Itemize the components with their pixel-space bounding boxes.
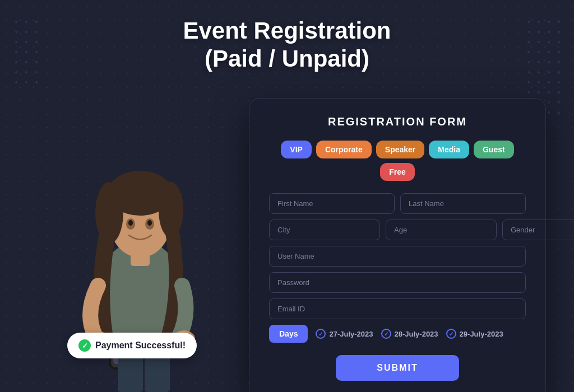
check-icon-text: ✓ [82, 342, 88, 350]
category-media-button[interactable]: Media [429, 141, 469, 158]
username-input[interactable] [269, 246, 526, 267]
day-2-label: 28-July-2023 [395, 330, 438, 338]
category-speaker-button[interactable]: Speaker [376, 141, 424, 158]
payment-badge: ✓ Payment Successful! [67, 333, 197, 358]
day-check-icon-3: ✓ [446, 329, 456, 339]
age-input[interactable] [386, 220, 497, 240]
name-row [269, 193, 526, 214]
form-title: REGISTRATION FORM [269, 115, 526, 128]
day-3-label: 29-July-2023 [460, 330, 503, 338]
day-option-1[interactable]: ✓ 27-July-2023 [316, 329, 373, 339]
category-free-button[interactable]: Free [380, 163, 415, 181]
svg-point-8 [128, 220, 133, 226]
day-option-2[interactable]: ✓ 28-July-2023 [381, 329, 438, 339]
day-option-3[interactable]: ✓ 29-July-2023 [446, 329, 503, 339]
email-input[interactable] [269, 298, 526, 319]
first-name-input[interactable] [269, 193, 395, 214]
city-input[interactable] [269, 220, 380, 240]
payment-badge-text: Payment Successful! [95, 340, 186, 351]
title-area: Event Registration (Paid / Unpaid) [0, 17, 574, 73]
registration-form-card: REGISTRATION FORM VIP Corporate Speaker … [249, 98, 546, 392]
days-section: Days ✓ 27-July-2023 ✓ 28-July-2023 ✓ 29-… [269, 325, 526, 343]
submit-button[interactable]: SUBMIT [336, 355, 459, 381]
category-tabs: VIP Corporate Speaker Media Guest Free [269, 141, 526, 181]
title-line2: (Paid / Unpaid) [205, 45, 369, 72]
svg-point-9 [147, 220, 152, 226]
check-circle-icon: ✓ [78, 339, 91, 352]
days-label: Days [269, 325, 308, 343]
day-1-label: 27-July-2023 [329, 330, 373, 338]
password-input[interactable] [269, 272, 526, 293]
category-corporate-button[interactable]: Corporate [316, 141, 372, 158]
page-title: Event Registration (Paid / Unpaid) [0, 17, 574, 73]
city-age-gender-row [269, 220, 526, 240]
day-check-icon-1: ✓ [316, 329, 326, 339]
category-guest-button[interactable]: Guest [474, 141, 514, 158]
title-line1: Event Registration [183, 17, 391, 44]
last-name-input[interactable] [400, 193, 526, 214]
day-check-icon-2: ✓ [381, 329, 391, 339]
category-vip-button[interactable]: VIP [281, 141, 312, 158]
gender-input[interactable] [502, 220, 574, 240]
